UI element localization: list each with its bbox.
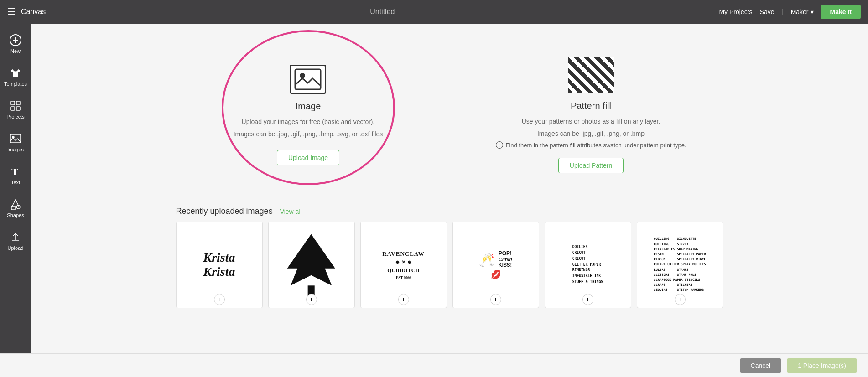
sidebar-templates-label: Templates: [4, 81, 27, 87]
pattern-card-desc2: Images can be .jpg, .gif, .png, or .bmp: [537, 129, 645, 139]
my-projects-link[interactable]: My Projects: [719, 8, 752, 15]
pattern-card-info-text: Find them in the pattern fill attributes…: [506, 142, 686, 149]
sidebar-item-text[interactable]: T Text: [0, 159, 31, 191]
images-grid: KristaKrista + + RAVENCLAW ⊕✕⊕ QUIDDI: [176, 222, 723, 308]
shapes-icon: [9, 198, 22, 211]
doc-title: Untitled: [46, 8, 719, 16]
menu-icon[interactable]: ☰: [7, 6, 16, 17]
thumbnail-ravenclaw[interactable]: RAVENCLAW ⊕✕⊕ QUIDDITCH EST 1066 +: [360, 222, 447, 308]
pop-content: 🥂 POP! Clink! KISS! 💋: [479, 250, 513, 279]
grid-icon: [9, 99, 22, 112]
plus-icon: [9, 34, 22, 46]
sidebar-item-upload[interactable]: Upload: [0, 224, 31, 257]
sidebar-images-label: Images: [7, 147, 24, 152]
body: New Templates Projects Images: [0, 24, 868, 377]
svg-marker-17: [287, 234, 335, 285]
save-button[interactable]: Save: [760, 8, 774, 15]
image-card-desc1: Upload your images for free (basic and v…: [242, 117, 375, 127]
header-divider: |: [781, 8, 783, 16]
thumb-action-4[interactable]: +: [490, 294, 501, 305]
svg-rect-5: [11, 107, 15, 110]
thumb-action-6[interactable]: +: [675, 294, 686, 305]
tshirt-icon: [9, 67, 22, 79]
image-card-title: Image: [296, 101, 321, 112]
image-card-desc2: Images can be .jpg, .gif, .png, .bmp, .s…: [234, 129, 383, 139]
chevron-down-icon: ▾: [811, 8, 814, 15]
sidebar-new-label: New: [10, 48, 21, 54]
cancel-button[interactable]: Cancel: [740, 358, 782, 373]
make-it-button[interactable]: Make It: [821, 5, 861, 19]
pattern-card-desc1: Use your patterns or photos as a fill on…: [522, 117, 660, 126]
info-icon: i: [496, 141, 503, 149]
sidebar-item-new[interactable]: New: [0, 27, 31, 60]
thumbnail-pop[interactable]: 🥂 POP! Clink! KISS! 💋 +: [452, 222, 539, 308]
sidebar-text-label: Text: [11, 180, 20, 185]
svg-rect-6: [16, 107, 20, 110]
create-button[interactable]: 1 Place Image(s): [787, 358, 857, 373]
main-content: Image Upload your images for free (basic…: [31, 24, 868, 377]
wordlist1-text: DOILIES CRICUT CRICUT GLITTER PAPER BIND…: [572, 244, 603, 285]
upload-grid: Image Upload your images for free (basic…: [176, 42, 723, 188]
thumb-action-2[interactable]: +: [306, 294, 317, 305]
krista-text: KristaKrista: [203, 251, 235, 279]
thumbnail-wordlist2[interactable]: QUILLING SILHOUETTE QUILTING SIZZIX RECY…: [637, 222, 723, 308]
svg-rect-4: [16, 101, 20, 105]
ravenclaw-arrows: ⊕✕⊕: [395, 259, 411, 265]
sidebar-shapes-label: Shapes: [7, 212, 24, 218]
bottom-bar: Cancel 1 Place Image(s): [0, 353, 868, 377]
thumb-action-5[interactable]: +: [582, 294, 593, 305]
thumb-action-1[interactable]: +: [214, 294, 225, 305]
svg-rect-15: [295, 69, 321, 89]
pattern-fill-icon: [568, 57, 614, 93]
view-all-link[interactable]: View all: [280, 208, 302, 215]
svg-rect-3: [11, 101, 15, 105]
thumbnail-wordlist1[interactable]: DOILIES CRICUT CRICUT GLITTER PAPER BIND…: [545, 222, 631, 308]
sidebar-projects-label: Projects: [6, 114, 25, 119]
ravenclaw-quidditch: QUIDDITCH: [387, 267, 420, 274]
wordlist2-text: QUILLING SILHOUETTE QUILTING SIZZIX RECY…: [654, 237, 706, 293]
image-card-icon: [290, 65, 326, 94]
header-right: My Projects Save | Maker ▾ Make It: [719, 5, 861, 19]
sidebar: New Templates Projects Images: [0, 24, 31, 377]
header: ☰ Canvas Untitled My Projects Save | Mak…: [0, 0, 868, 24]
pattern-card-info: i Find them in the pattern fill attribut…: [496, 141, 686, 149]
upload-image-button[interactable]: Upload Image: [277, 150, 339, 165]
upload-pattern-button[interactable]: Upload Pattern: [558, 158, 624, 173]
app-name: Canvas: [21, 8, 46, 16]
sidebar-item-projects[interactable]: Projects: [0, 93, 31, 126]
svg-rect-7: [10, 134, 21, 143]
ravenclaw-title: RAVENCLAW: [382, 250, 425, 258]
text-icon: T: [9, 165, 22, 178]
section-title: Recently uploaded images: [176, 207, 273, 216]
thumb-action-3[interactable]: +: [398, 294, 409, 305]
section-header: Recently uploaded images View all: [176, 207, 723, 216]
svg-text:T: T: [11, 166, 18, 177]
maker-dropdown[interactable]: Maker ▾: [791, 8, 814, 15]
sidebar-upload-label: Upload: [8, 245, 24, 251]
tree-svg: [277, 231, 345, 299]
thumbnail-tree[interactable]: +: [268, 222, 355, 308]
thumbnail-krista[interactable]: KristaKrista +: [176, 222, 263, 308]
pattern-card-title: Pattern fill: [571, 101, 611, 111]
sidebar-item-templates[interactable]: Templates: [0, 60, 31, 93]
sidebar-item-shapes[interactable]: Shapes: [0, 191, 31, 224]
ravenclaw-est: EST 1066: [396, 276, 411, 280]
upload-icon: [9, 231, 22, 243]
sidebar-item-images[interactable]: Images: [0, 126, 31, 159]
image-icon: [9, 132, 22, 145]
